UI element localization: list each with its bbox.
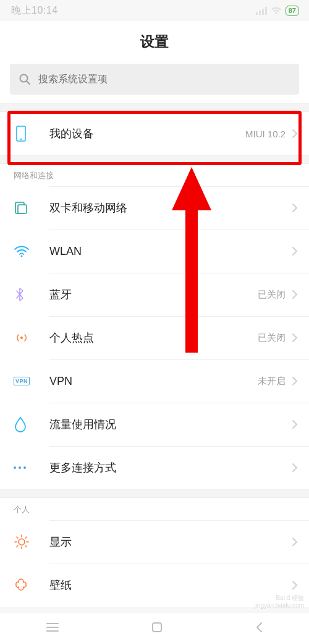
nav-recent-button[interactable] xyxy=(46,622,59,635)
chevron-right-icon xyxy=(292,129,298,139)
search-icon xyxy=(19,73,31,85)
divider xyxy=(0,103,309,112)
wifi-icon xyxy=(14,245,49,257)
chevron-right-icon xyxy=(292,537,298,547)
row-label: 蓝牙 xyxy=(49,287,258,302)
row-label: 我的设备 xyxy=(49,126,245,141)
svg-point-7 xyxy=(20,139,22,140)
chevron-right-icon xyxy=(292,463,298,473)
status-time: 晚上10:14 xyxy=(11,4,58,17)
page-title: 设置 xyxy=(0,21,309,64)
svg-line-17 xyxy=(17,537,18,538)
row-value: 已关闭 xyxy=(258,289,286,301)
section-header-network: 网络和连接 xyxy=(0,164,309,186)
search-box[interactable] xyxy=(10,64,299,95)
phone-icon xyxy=(14,126,49,142)
svg-rect-3 xyxy=(265,7,267,15)
row-label: 个人热点 xyxy=(49,330,258,345)
droplet-icon xyxy=(14,416,49,432)
svg-point-10 xyxy=(21,255,23,257)
signal-icon xyxy=(256,6,267,15)
svg-point-4 xyxy=(20,75,28,82)
chevron-right-icon xyxy=(292,580,298,590)
divider xyxy=(0,155,309,164)
svg-line-19 xyxy=(17,546,18,547)
watermark: Bai d 经验 jingyan.baidu.com xyxy=(254,595,304,609)
row-label: WLAN xyxy=(49,245,292,258)
row-my-device[interactable]: 我的设备 MIUI 10.2 xyxy=(0,112,309,155)
sim-icon xyxy=(14,200,49,215)
svg-rect-2 xyxy=(262,9,264,15)
row-data-usage[interactable]: 流量使用情况 xyxy=(0,403,309,446)
chevron-right-icon xyxy=(292,246,298,256)
row-display[interactable]: 显示 xyxy=(0,520,309,564)
svg-rect-9 xyxy=(18,205,27,213)
svg-line-20 xyxy=(25,537,27,538)
row-value: 未开启 xyxy=(258,376,286,387)
wifi-icon xyxy=(271,6,282,15)
row-hotspot[interactable]: 个人热点 已关闭 xyxy=(0,316,309,359)
row-vpn[interactable]: VPN VPN 未开启 xyxy=(0,359,309,403)
svg-point-12 xyxy=(19,539,25,545)
brightness-icon xyxy=(14,534,49,550)
row-wlan[interactable]: WLAN xyxy=(0,230,309,273)
row-value: MIUI 10.2 xyxy=(245,129,286,139)
row-label: VPN xyxy=(49,375,258,388)
nav-home-button[interactable] xyxy=(151,621,163,636)
row-bluetooth[interactable]: 蓝牙 已关闭 xyxy=(0,273,309,316)
svg-rect-0 xyxy=(256,12,258,15)
chevron-right-icon xyxy=(292,419,298,429)
nav-bar xyxy=(0,612,309,644)
svg-point-11 xyxy=(20,337,23,339)
chevron-right-icon xyxy=(292,333,298,343)
status-right: 87 xyxy=(256,6,299,16)
more-icon xyxy=(14,466,49,469)
svg-rect-25 xyxy=(153,623,161,632)
row-label: 双卡和移动网络 xyxy=(49,200,292,215)
svg-line-5 xyxy=(27,82,30,85)
row-value: 已关闭 xyxy=(258,332,286,344)
row-label: 显示 xyxy=(49,535,292,549)
hotspot-icon xyxy=(14,331,49,345)
status-bar: 晚上10:14 87 xyxy=(0,0,309,21)
section-header-personal: 个人 xyxy=(0,498,309,520)
battery-indicator: 87 xyxy=(286,6,299,16)
chevron-right-icon xyxy=(292,290,298,299)
bluetooth-icon xyxy=(14,286,49,303)
svg-rect-1 xyxy=(259,11,261,15)
row-more-connections[interactable]: 更多连接方式 xyxy=(0,446,309,489)
divider xyxy=(0,489,309,498)
svg-line-18 xyxy=(25,546,27,547)
search-input[interactable] xyxy=(38,74,290,85)
row-label: 壁纸 xyxy=(49,578,292,593)
row-sim[interactable]: 双卡和移动网络 xyxy=(0,186,309,230)
chevron-right-icon xyxy=(292,203,298,213)
chevron-right-icon xyxy=(292,376,298,386)
nav-back-button[interactable] xyxy=(255,621,263,636)
row-label: 流量使用情况 xyxy=(49,417,292,432)
flower-icon xyxy=(14,577,49,593)
row-label: 更多连接方式 xyxy=(49,460,292,475)
vpn-icon: VPN xyxy=(14,377,49,385)
